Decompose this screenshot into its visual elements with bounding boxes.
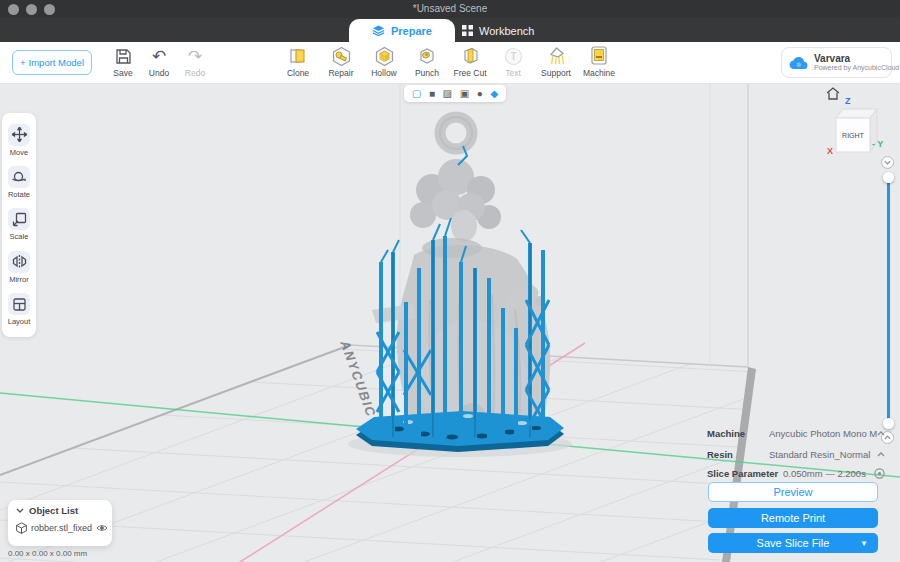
layer-slider-handle-top[interactable] <box>883 172 894 183</box>
save-icon <box>115 45 132 67</box>
tab-workbench-label: Workbench <box>479 25 534 37</box>
toolbar-item-punch[interactable]: Punch <box>409 45 445 78</box>
setting-row-machine[interactable]: Machine Anycubic Photon Mono M7 ... <box>707 426 885 440</box>
machine-icon <box>590 45 608 67</box>
machine-value: Anycubic Photon Mono M7 ... <box>769 428 877 439</box>
tool-mirror[interactable]: Mirror <box>8 251 30 284</box>
cloud-icon: ◎ <box>789 56 809 70</box>
import-model-label: Import Model <box>29 57 84 68</box>
app-window: ANYCUBIC <box>0 0 900 562</box>
account-name: Varvara <box>814 53 899 64</box>
layout-icon <box>8 293 30 315</box>
toolbar-item-support[interactable]: Support <box>538 45 574 78</box>
axis-x-label: X <box>827 146 833 156</box>
layer-slider-track[interactable] <box>887 177 890 423</box>
redo-icon: ↷ <box>188 45 202 67</box>
toolbar-item-repair[interactable]: Repair <box>323 45 359 78</box>
window-close-button[interactable] <box>8 4 19 15</box>
object-list-header[interactable]: Object List <box>16 505 104 516</box>
plate-brand-text: ANYCUBIC <box>337 340 379 418</box>
view-wireframe-icon[interactable]: ▢ <box>412 89 421 99</box>
home-view-button[interactable] <box>826 87 840 100</box>
chevron-up-icon[interactable] <box>877 431 885 436</box>
clone-icon <box>288 45 308 67</box>
free-cut-icon <box>460 45 480 67</box>
resin-value: Standard Resin_Normal <box>769 449 877 460</box>
layers-icon <box>372 25 385 37</box>
scale-icon <box>8 208 30 230</box>
orientation-face-label: RIGHT <box>842 132 865 139</box>
repair-icon <box>331 45 352 67</box>
chevron-up-icon[interactable] <box>877 452 885 457</box>
import-model-button[interactable]: + Import Model <box>12 50 92 75</box>
slice-settings-icon[interactable] <box>874 468 885 479</box>
mirror-icon <box>8 251 30 273</box>
visibility-eye-icon[interactable] <box>96 524 108 532</box>
object-list-panel: Object List robber.stl_fixed <box>8 500 112 546</box>
window-zoom-button[interactable] <box>44 4 55 15</box>
hollow-icon <box>374 45 395 67</box>
object-name: robber.stl_fixed <box>31 523 92 533</box>
toolbar-item-clone[interactable]: Clone <box>280 45 316 78</box>
preview-button[interactable]: Preview <box>708 482 878 502</box>
view-solid-icon[interactable]: ■ <box>429 89 435 99</box>
toolbar-item-machine[interactable]: Machine <box>581 45 617 78</box>
chevron-down-icon <box>16 508 24 513</box>
toolbar-item-text[interactable]: T Text <box>495 45 531 78</box>
toolbar-item-free-cut[interactable]: Free Cut <box>452 45 488 78</box>
toolbar-edit-group: Clone Repair Hollow <box>280 45 617 78</box>
move-icon <box>8 124 30 146</box>
layer-up-button[interactable] <box>881 156 894 169</box>
transform-tools-panel: Move Rotate Scale <box>2 113 36 337</box>
account-subtitle: Powered by AnycubicCloud <box>814 64 899 72</box>
toolbar-item-undo[interactable]: ↶ Undo <box>141 45 177 78</box>
setting-row-resin[interactable]: Resin Standard Resin_Normal <box>707 447 885 461</box>
plus-icon: + <box>20 57 26 68</box>
tool-rotate[interactable]: Rotate <box>8 166 30 199</box>
tool-move[interactable]: Move <box>8 124 30 157</box>
toolbar-item-save[interactable]: Save <box>105 45 141 78</box>
dropdown-arrow-icon[interactable]: ▼ <box>860 539 868 548</box>
view-shaded-icon[interactable]: ◆ <box>490 89 498 99</box>
view-sphere-icon[interactable]: ● <box>477 89 483 99</box>
setting-row-slice-parameter[interactable]: Slice Parameter 0.050mm — 2.200s <box>707 466 885 480</box>
axis-y-label: - Y <box>872 139 883 149</box>
view-mode-toolbar: ▢ ■ ▨ ▣ ● ◆ <box>404 85 506 102</box>
view-xray-icon[interactable]: ▨ <box>443 89 452 99</box>
view-select-icon[interactable]: ▣ <box>460 89 469 99</box>
punch-icon <box>417 45 437 67</box>
title-bar: *Unsaved Scene <box>0 0 900 18</box>
window-title: *Unsaved Scene <box>413 3 488 14</box>
slice-parameter-value: 0.050mm — 2.200s <box>783 468 874 479</box>
window-minimize-button[interactable] <box>26 4 37 15</box>
tab-workbench[interactable]: Workbench <box>462 19 534 42</box>
svg-text:T: T <box>510 51 516 62</box>
tool-scale[interactable]: Scale <box>8 208 30 241</box>
support-icon <box>546 45 567 67</box>
tab-bar: Prepare Workbench <box>0 18 900 42</box>
build-plate-edges <box>0 84 756 562</box>
selection-dimensions: 0.00 x 0.00 x 0.00 mm <box>8 549 87 558</box>
toolbar-item-redo[interactable]: ↷ Redo <box>177 45 213 78</box>
undo-icon: ↶ <box>152 45 166 67</box>
remote-print-button[interactable]: Remote Print <box>708 508 878 528</box>
object-list-item[interactable]: robber.stl_fixed <box>16 522 104 534</box>
toolbar-item-hollow[interactable]: Hollow <box>366 45 402 78</box>
tab-prepare-label: Prepare <box>391 25 432 37</box>
tab-prepare[interactable]: Prepare <box>349 19 455 42</box>
toolbar-file-group: Save ↶ Undo ↷ Redo <box>105 45 213 78</box>
grid-icon <box>462 25 473 36</box>
axis-z-label: Z <box>845 96 851 106</box>
cube-icon <box>16 522 27 534</box>
rotate-icon <box>8 166 30 188</box>
account-card[interactable]: ◎ Varvara Powered by AnycubicCloud <box>781 47 892 78</box>
save-slice-file-button[interactable]: Save Slice File ▼ <box>708 533 878 553</box>
tool-layout[interactable]: Layout <box>8 293 31 326</box>
svg-text:◎: ◎ <box>797 60 802 66</box>
text-tool-icon: T <box>504 45 523 67</box>
